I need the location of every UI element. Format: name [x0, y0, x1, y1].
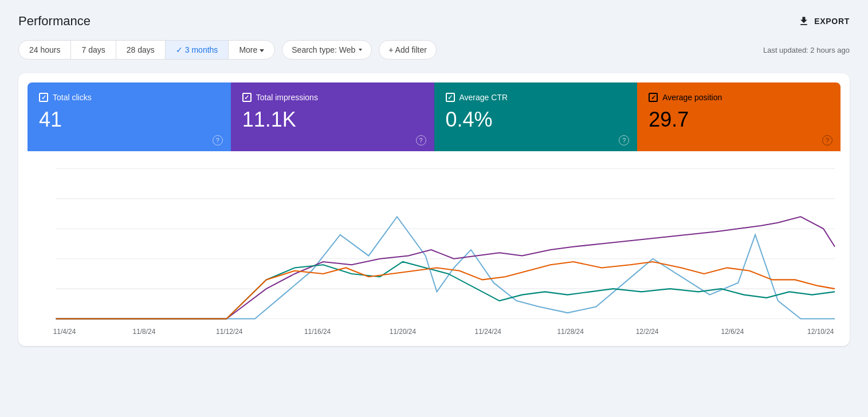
svg-text:12/10/24: 12/10/24 [807, 327, 834, 335]
checkmark-icon: ✓ [176, 45, 183, 54]
position-check-icon: ✓ [651, 94, 656, 101]
impressions-check-icon: ✓ [244, 94, 249, 101]
filter-3months[interactable]: ✓3 months [166, 41, 229, 59]
page-title: Performance [18, 14, 91, 29]
filter-24h[interactable]: 24 hours [19, 41, 71, 59]
impressions-value: 11.1K [242, 108, 423, 132]
main-card: ✓ Total clicks 41 ? ✓ Total impressions … [18, 73, 850, 346]
svg-text:11/28/24: 11/28/24 [557, 327, 584, 335]
svg-text:11/20/24: 11/20/24 [390, 327, 416, 335]
position-help-icon[interactable]: ? [822, 135, 832, 145]
position-label: Average position [662, 93, 722, 102]
metric-position[interactable]: ✓ Average position 29.7 ? [637, 82, 840, 151]
ctr-checkbox[interactable]: ✓ [446, 93, 455, 102]
impressions-label: Total impressions [256, 93, 318, 102]
filter-more[interactable]: More [229, 41, 274, 59]
chevron-down-icon [260, 49, 264, 52]
filter-7days[interactable]: 7 days [71, 41, 116, 59]
export-button[interactable]: EXPORT [798, 15, 850, 27]
clicks-label: Total clicks [53, 93, 92, 102]
clicks-checkbox[interactable]: ✓ [39, 93, 48, 102]
metric-impressions[interactable]: ✓ Total impressions 11.1K ? [231, 82, 434, 151]
clicks-check-icon: ✓ [41, 94, 46, 101]
metrics-row: ✓ Total clicks 41 ? ✓ Total impressions … [28, 82, 840, 151]
impressions-checkbox[interactable]: ✓ [242, 93, 252, 102]
metric-ctr[interactable]: ✓ Average CTR 0.4% ? [434, 82, 638, 151]
chevron-down-icon [359, 49, 362, 51]
filter-28days[interactable]: 28 days [116, 41, 166, 59]
ctr-help-icon[interactable]: ? [619, 135, 629, 145]
position-checkbox[interactable]: ✓ [649, 93, 658, 102]
ctr-value: 0.4% [446, 108, 626, 132]
time-filter-group: 24 hours 7 days 28 days ✓3 months More [18, 40, 275, 60]
search-type-filter[interactable]: Search type: Web [282, 40, 372, 60]
svg-text:11/16/24: 11/16/24 [304, 327, 331, 335]
clicks-value: 41 [39, 108, 219, 132]
export-icon [798, 15, 810, 27]
svg-text:11/12/24: 11/12/24 [216, 327, 242, 335]
position-value: 29.7 [649, 108, 829, 132]
chart-area: 11/4/24 11/8/24 11/12/24 11/16/24 11/20/… [18, 151, 850, 346]
svg-text:11/8/24: 11/8/24 [133, 327, 156, 335]
metric-clicks[interactable]: ✓ Total clicks 41 ? [28, 82, 231, 151]
last-updated-text: Last updated: 2 hours ago [763, 46, 850, 54]
svg-text:11/4/24: 11/4/24 [53, 327, 76, 335]
ctr-check-icon: ✓ [447, 94, 453, 101]
add-filter-button[interactable]: + Add filter [379, 40, 437, 60]
svg-text:12/2/24: 12/2/24 [636, 327, 659, 335]
impressions-help-icon[interactable]: ? [416, 135, 426, 145]
svg-text:11/24/24: 11/24/24 [475, 327, 501, 335]
clicks-help-icon[interactable]: ? [213, 135, 223, 145]
ctr-label: Average CTR [459, 93, 508, 102]
svg-text:12/6/24: 12/6/24 [721, 327, 744, 335]
performance-chart: 11/4/24 11/8/24 11/12/24 11/16/24 11/20/… [28, 163, 840, 337]
